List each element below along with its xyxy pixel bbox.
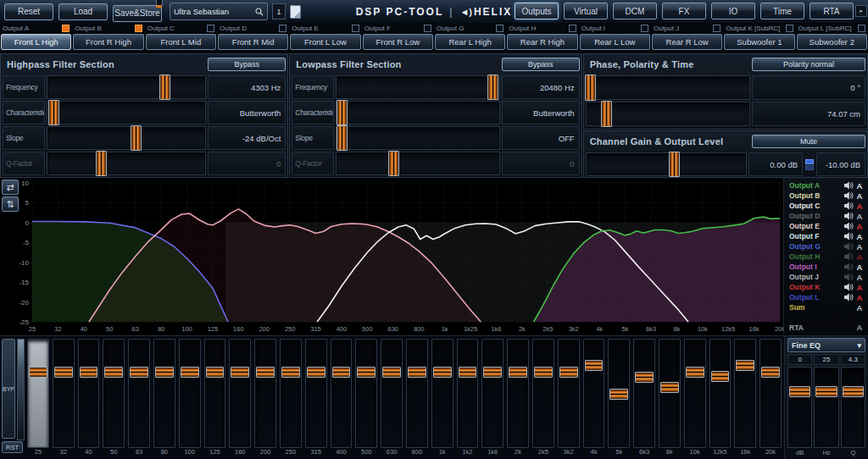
eq-band-track[interactable] — [27, 339, 49, 448]
chevron-down-icon[interactable]: ▾ — [857, 341, 861, 350]
legend-row-output-h[interactable]: Output HA — [789, 252, 865, 262]
lowpass-value[interactable]: 20480 Hz — [502, 75, 580, 99]
legend-row-output-f[interactable]: Output FA — [789, 231, 865, 241]
slider-handle[interactable] — [48, 100, 59, 125]
legend-row-output-b[interactable]: Output BA — [789, 191, 865, 201]
lowpass-frequency-slider[interactable] — [336, 75, 499, 99]
channel-link-checkbox[interactable] — [496, 25, 504, 32]
lowpass-characteristic-slider[interactable] — [336, 101, 499, 124]
lowpass-bypass-button[interactable]: Bypass — [502, 58, 580, 71]
eq-band-handle[interactable] — [509, 367, 527, 378]
eq-band-handle[interactable] — [256, 367, 275, 378]
eq-band-handle[interactable] — [585, 360, 604, 371]
eq-band-handle[interactable] — [206, 367, 225, 378]
channel-tab-front-l-mid[interactable]: Front L Mid — [146, 34, 216, 50]
eq-band-track[interactable] — [583, 339, 605, 448]
eq-band-handle[interactable] — [711, 371, 730, 382]
polarity-button[interactable]: Polarity normal — [752, 58, 865, 71]
eq-band-handle[interactable] — [408, 367, 426, 378]
eq-band-handle[interactable] — [660, 382, 679, 393]
phase-slider[interactable] — [586, 75, 750, 100]
eq-band-track[interactable] — [254, 339, 276, 448]
eq-band-track[interactable] — [760, 339, 782, 448]
slider-handle[interactable] — [669, 152, 680, 177]
highpass-frequency-slider[interactable] — [47, 75, 206, 99]
speaker-icon[interactable] — [843, 232, 854, 241]
slider-handle[interactable] — [131, 125, 142, 151]
speaker-icon[interactable] — [843, 283, 854, 291]
eq-band-handle[interactable] — [433, 367, 452, 378]
speaker-icon[interactable] — [843, 273, 854, 281]
eq-band-track[interactable] — [633, 339, 655, 448]
channel-link-checkbox[interactable] — [279, 25, 287, 32]
eq-band-handle[interactable] — [29, 367, 47, 378]
legend-row-output-k[interactable]: Output KA — [789, 282, 865, 292]
speaker-icon[interactable] — [843, 181, 854, 190]
eq-band-handle[interactable] — [736, 360, 754, 371]
channel-tab-front-r-high[interactable]: Front R High — [73, 34, 143, 50]
eq-band-track[interactable] — [431, 339, 453, 448]
toolbar-button-virtual[interactable]: Virtual — [564, 3, 608, 19]
eq-master-slider[interactable] — [17, 339, 25, 440]
eq-band-track[interactable] — [179, 339, 201, 448]
legend-row-output-a[interactable]: Output AA — [789, 180, 865, 191]
toolbar-button-dcm[interactable]: DCM — [613, 3, 657, 19]
eq-band-handle[interactable] — [534, 367, 553, 378]
speaker-icon[interactable] — [843, 212, 854, 220]
legend-row-output-g[interactable]: Output GA — [789, 241, 865, 252]
highpass-q-factor-slider[interactable] — [47, 152, 206, 175]
lowpass-slope-slider[interactable] — [336, 126, 499, 150]
slider-handle[interactable] — [487, 75, 498, 100]
eq-band-track[interactable] — [305, 339, 327, 448]
output-level-value[interactable]: -10.00 dB — [816, 152, 865, 176]
time-delay-value[interactable]: 74.07 cm — [752, 102, 865, 126]
channel-link-checkbox[interactable] — [62, 25, 70, 32]
fine-eq-q-value[interactable]: 4.3 — [841, 354, 865, 365]
eq-band-track[interactable] — [331, 339, 353, 448]
eq-band-track[interactable] — [153, 339, 175, 448]
eq-band-handle[interactable] — [80, 367, 98, 378]
legend-row-output-j[interactable]: Output JA — [789, 272, 865, 282]
eq-band-handle[interactable] — [332, 367, 351, 378]
gain-slider[interactable] — [586, 152, 747, 176]
channel-tab-rear-r-high[interactable]: Rear R High — [507, 34, 577, 50]
channel-link-checkbox[interactable] — [424, 25, 431, 32]
slider-handle[interactable] — [585, 75, 596, 101]
fine-eq-hz-slider[interactable] — [814, 367, 838, 448]
speaker-icon[interactable] — [843, 242, 854, 251]
eq-band-track[interactable] — [684, 339, 706, 448]
lowpass-value[interactable]: Butterworth — [502, 101, 580, 124]
search-icon[interactable] — [255, 8, 264, 16]
slider-handle[interactable] — [337, 125, 348, 151]
phase-value[interactable]: 0 ° — [752, 75, 865, 100]
slider-handle[interactable] — [159, 75, 170, 100]
eq-band-track[interactable] — [280, 339, 302, 448]
document-icon[interactable] — [290, 5, 301, 19]
preset-number[interactable]: 1 — [272, 3, 286, 19]
eq-band-track[interactable] — [406, 339, 428, 448]
eq-band-track[interactable] — [355, 339, 377, 448]
eq-band-handle[interactable] — [483, 367, 502, 378]
eq-band-handle[interactable] — [635, 372, 654, 383]
mute-button[interactable]: Mute — [752, 135, 865, 148]
eq-band-track[interactable] — [734, 339, 756, 448]
slider-handle[interactable] — [337, 100, 348, 125]
eq-band-handle[interactable] — [761, 367, 780, 378]
legend-row-output-d[interactable]: Output DA — [789, 211, 865, 221]
lowpass-q-factor-slider[interactable] — [336, 152, 499, 175]
highpass-characteristic-slider[interactable] — [47, 101, 206, 124]
channel-link-checkbox[interactable] — [569, 25, 576, 32]
slider-handle[interactable] — [388, 151, 399, 176]
fine-eq-q-slider[interactable] — [841, 367, 865, 448]
fine-eq-handle[interactable] — [843, 386, 864, 397]
channel-tab-subwoofer-1[interactable]: Subwoofer 1 — [724, 34, 794, 50]
fine-eq-handle[interactable] — [789, 386, 810, 397]
eq-band-track[interactable] — [507, 339, 529, 448]
channel-link-checkbox[interactable] — [858, 25, 865, 32]
eq-band-track[interactable] — [532, 339, 554, 448]
channel-link-checkbox[interactable] — [713, 25, 721, 32]
eq-band-track[interactable] — [128, 339, 150, 448]
eq-band-handle[interactable] — [155, 367, 174, 378]
eq-band-track[interactable] — [659, 339, 681, 448]
highpass-value[interactable]: -24 dB/Oct — [208, 126, 286, 150]
